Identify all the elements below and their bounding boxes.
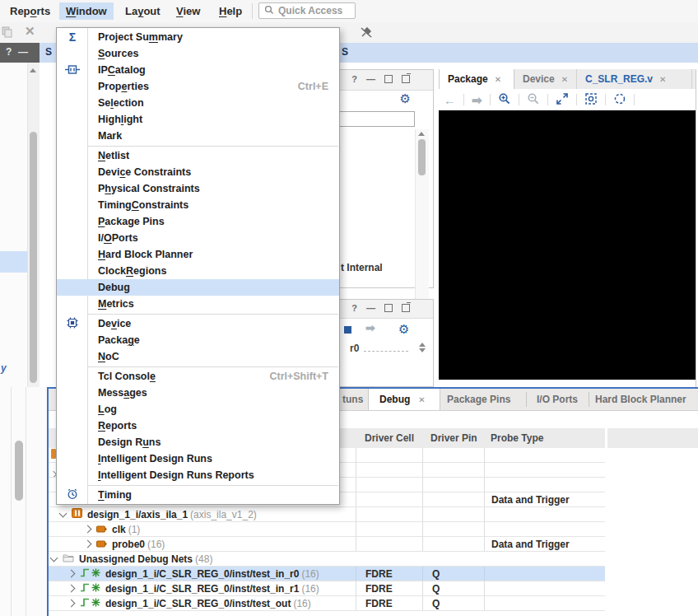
- menu-item-timing[interactable]: Timing: [57, 487, 339, 503]
- menu-item-package[interactable]: Package: [57, 332, 339, 348]
- scrollbar-thumb[interactable]: [418, 139, 426, 175]
- menu-help[interactable]: Help: [212, 2, 249, 20]
- menu-item-package-pins[interactable]: Package Pins: [57, 213, 339, 230]
- menu-item-tcl-console[interactable]: Tcl ConsoleCtrl+Shift+T: [57, 368, 339, 385]
- menu-item-physical-constraints[interactable]: Physical Constraints: [57, 180, 339, 197]
- delete-icon[interactable]: ✕: [25, 24, 35, 39]
- pin-disabled-icon[interactable]: [359, 26, 374, 42]
- menu-item-metrics[interactable]: Metrics: [57, 296, 339, 312]
- package-canvas[interactable]: [439, 110, 696, 380]
- dashed-guide: [364, 351, 408, 352]
- menu-item-properties[interactable]: PropertiesCtrl+E: [57, 78, 339, 95]
- scroll-up-icon[interactable]: [30, 68, 36, 72]
- left-panel-selected-row[interactable]: [0, 251, 27, 273]
- menu-item-ip-catalog[interactable]: IP Catalog: [57, 62, 339, 78]
- chevron-right-icon[interactable]: [67, 585, 76, 593]
- chevron-right-icon[interactable]: [84, 525, 92, 534]
- float-button[interactable]: [402, 304, 410, 312]
- table-row-unassigned-group[interactable]: Unassigned Debug Nets (48): [49, 552, 605, 567]
- chevron-right-icon[interactable]: [84, 540, 92, 548]
- gear-icon[interactable]: ⚙: [398, 323, 409, 335]
- tab-device[interactable]: Device ✕: [514, 69, 577, 89]
- tab-debug[interactable]: Debug ✕: [368, 389, 440, 410]
- menu-item-selection[interactable]: Selection: [57, 95, 339, 111]
- tab-fragment[interactable]: tuns: [342, 394, 363, 405]
- menu-item-messages[interactable]: Messages: [57, 385, 339, 401]
- paste-icon[interactable]: [2, 26, 13, 40]
- minimize-button[interactable]: —: [18, 46, 28, 58]
- close-icon[interactable]: ✕: [561, 75, 568, 84]
- menu-view[interactable]: View: [170, 2, 207, 20]
- scroll-up-icon[interactable]: [418, 132, 425, 136]
- menu-item-highlight[interactable]: Highlight: [57, 111, 339, 128]
- minimize-button[interactable]: —: [366, 74, 375, 84]
- zoom-fit-icon[interactable]: [556, 92, 569, 108]
- maximize-button[interactable]: [384, 304, 393, 312]
- menu-item-debug[interactable]: Debug: [57, 279, 339, 296]
- tab-io-ports[interactable]: I/O Ports: [537, 394, 578, 405]
- window-dropdown-menu: Σ Project Summary Sources IP Catalog Pro…: [56, 27, 340, 505]
- close-icon[interactable]: ✕: [418, 395, 425, 404]
- forward-arrow-icon[interactable]: ➡: [472, 94, 482, 106]
- menu-item-intelligent-design-runs-reports[interactable]: Intelligent Design Runs Reports: [57, 467, 339, 483]
- col-driver-cell[interactable]: Driver Cell: [365, 432, 414, 444]
- close-icon[interactable]: ✕: [659, 75, 666, 84]
- menu-item-noc[interactable]: NoC: [57, 348, 339, 365]
- back-arrow-icon[interactable]: ←: [444, 94, 456, 106]
- menu-item-reports[interactable]: Reports: [57, 418, 339, 434]
- menu-item-project-summary[interactable]: Project Summary: [57, 29, 339, 45]
- help-button[interactable]: ?: [351, 303, 357, 313]
- stop-icon[interactable]: [344, 326, 351, 334]
- forward-arrow-icon[interactable]: ➡: [365, 321, 375, 334]
- menu-item-mark[interactable]: Mark: [57, 128, 339, 144]
- menu-item-device[interactable]: Device: [57, 315, 339, 332]
- menu-item-io-ports[interactable]: I/O Ports: [57, 230, 339, 246]
- chevron-down-icon[interactable]: [59, 509, 67, 517]
- tab-hard-block-planner[interactable]: Hard Block Planner: [595, 394, 686, 405]
- help-button[interactable]: ?: [6, 46, 12, 58]
- menu-item-timing-constraints[interactable]: Timing Constraints: [57, 197, 339, 213]
- tab-package-pins[interactable]: Package Pins: [447, 394, 510, 405]
- zoom-selection-icon[interactable]: [584, 92, 598, 108]
- table-row-test-in-r1[interactable]: design_1_i/C_SLR_REG_0/inst/test_in_r1 (…: [49, 581, 605, 596]
- float-button[interactable]: [402, 75, 410, 83]
- menu-item-sources[interactable]: Sources: [57, 45, 339, 62]
- spin-up-icon[interactable]: [419, 343, 426, 347]
- spinner-control[interactable]: [419, 343, 426, 352]
- chevron-right-icon[interactable]: [67, 600, 76, 608]
- zoom-out-icon[interactable]: [527, 92, 540, 108]
- table-row-clk[interactable]: clk (1): [49, 522, 605, 537]
- scrollbar-thumb[interactable]: [15, 441, 23, 501]
- chevron-down-icon[interactable]: [50, 553, 58, 562]
- menu-item-device-constraints[interactable]: Device Constraints: [57, 164, 339, 180]
- menu-item-intelligent-design-runs[interactable]: Intelligent Design Runs: [57, 450, 339, 467]
- autofit-icon[interactable]: [613, 92, 626, 108]
- col-probe-type[interactable]: Probe Type: [491, 432, 543, 444]
- table-row-probe0[interactable]: probe0 (16) Data and Trigger: [49, 537, 605, 552]
- close-icon[interactable]: ✕: [495, 75, 501, 84]
- table-row-test-in-r0[interactable]: design_1_i/C_SLR_REG_0/inst/test_in_r0 (…: [49, 567, 605, 581]
- col-driver-pin[interactable]: Driver Pin: [430, 432, 477, 444]
- spin-down-icon[interactable]: [419, 348, 426, 352]
- chevron-right-icon[interactable]: [67, 570, 76, 578]
- table-row-ila-core[interactable]: design_1_i/axis_ila_1 (axis_ila_v1_2): [49, 507, 605, 522]
- tab-c-slr-reg-v[interactable]: C_SLR_REG.v ✕: [577, 69, 692, 89]
- menu-layout[interactable]: Layout: [119, 2, 167, 20]
- tab-package[interactable]: Package ✕: [439, 69, 514, 89]
- scrollbar-thumb[interactable]: [30, 132, 37, 383]
- zoom-in-icon[interactable]: [498, 92, 511, 108]
- minimize-button[interactable]: —: [366, 303, 375, 313]
- menu-item-hard-block-planner[interactable]: Hard Block Planner: [57, 246, 339, 263]
- menu-window[interactable]: Window: [59, 2, 114, 20]
- quick-access-search[interactable]: Quick Access: [258, 2, 356, 19]
- menu-item-netlist[interactable]: Netlist: [57, 147, 339, 164]
- menu-item-log[interactable]: Log: [57, 401, 339, 418]
- menu-item-clock-regions[interactable]: Clock Regions: [57, 263, 339, 279]
- help-button[interactable]: ?: [351, 74, 357, 84]
- table-row-test-out[interactable]: design_1_i/C_SLR_REG_0/inst/test_out (16…: [49, 596, 605, 611]
- menu-item-design-runs[interactable]: Design Runs: [57, 434, 339, 450]
- maximize-button[interactable]: [384, 75, 393, 83]
- gear-icon[interactable]: ⚙: [400, 92, 411, 105]
- panel-scrollbar[interactable]: [415, 129, 429, 317]
- menu-reports[interactable]: Reports: [3, 2, 57, 20]
